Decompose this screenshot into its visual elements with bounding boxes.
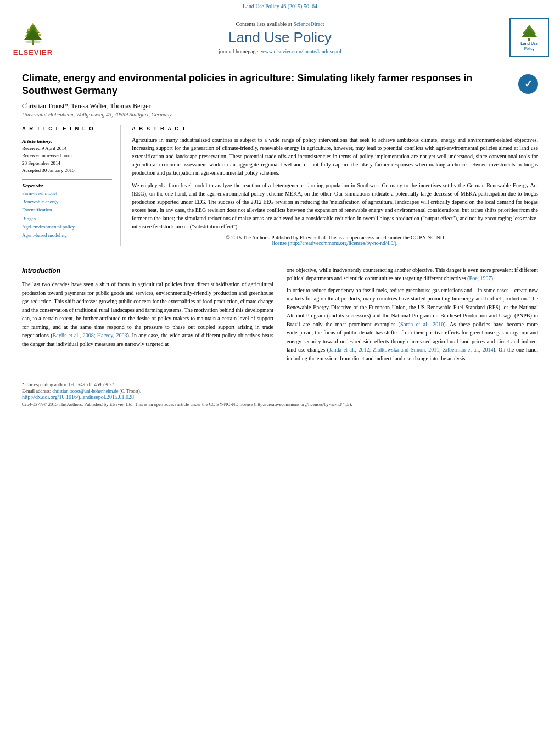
elsevier-logo: ELSEVIER	[11, 19, 55, 57]
page-wrapper: Land Use Policy 46 (2015) 50–64 E	[0, 0, 560, 409]
article-dates: Received 9 April 2014 Received in revise…	[22, 145, 112, 175]
keywords-label: Keywords:	[22, 183, 112, 188]
crossmark-badge: ✓	[518, 74, 538, 94]
top-bar: Land Use Policy 46 (2015) 50–64	[0, 0, 560, 12]
journal-title: Land Use Policy	[66, 29, 494, 46]
doi-link[interactable]: http://dx.doi.org/10.1016/j.landusepol.2…	[22, 394, 134, 400]
cc-line: © 2015 The Authors. Published by Elsevie…	[132, 235, 538, 246]
authors: Christian Troost*, Teresa Walter, Thomas…	[22, 102, 538, 110]
intro-left-para: The last two decades have seen a shift o…	[22, 280, 273, 348]
abstract-para-1: Agriculture in many industrialized count…	[132, 136, 538, 177]
sorda-ref: Sorda et al., 2010	[400, 321, 444, 327]
logo-box: Land UsePolicy	[509, 18, 549, 57]
contents-line: Contents lists available at ScienceDirec…	[66, 21, 494, 27]
homepage-link[interactable]: www.elsevier.com/locate/landusepol	[261, 48, 341, 54]
article-title: Climate, energy and environmental polici…	[22, 72, 513, 98]
science-direct-link[interactable]: ScienceDirect	[293, 21, 324, 27]
svg-point-7	[25, 35, 27, 37]
journal-reference: Land Use Policy 46 (2015) 50–64	[243, 3, 317, 9]
abstract-text: Agriculture in many industrialized count…	[132, 136, 538, 231]
crossmark-icon: ✓	[524, 78, 533, 90]
svg-point-8	[38, 34, 41, 36]
article-info: A R T I C L E I N F O Article history: R…	[22, 125, 121, 246]
author-email[interactable]: christian.troost@uni-hohenheim.de	[52, 388, 118, 394]
svg-point-6	[36, 30, 38, 32]
elsevier-label: ELSEVIER	[13, 48, 53, 57]
elsevier-tree-icon	[19, 19, 47, 47]
poe-ref: Poe, 1997	[469, 275, 491, 281]
footer-copyright: 0264-8377/© 2015 The Authors. Published …	[22, 401, 538, 407]
article-info-title: A R T I C L E I N F O	[22, 125, 112, 131]
page-footer: * Corresponding author. Tel.: +49 711 45…	[0, 377, 560, 409]
affiliation: Universität Hohenheim, Wollgrasweg 43, 7…	[22, 111, 538, 118]
footer-doi: http://dx.doi.org/10.1016/j.landusepol.2…	[22, 394, 538, 400]
header-center: Contents lists available at ScienceDirec…	[55, 21, 505, 54]
info-divider	[22, 135, 112, 135]
svg-point-1	[25, 40, 41, 43]
body-col-right: one objective, while inadvertently count…	[287, 266, 538, 366]
keywords-list: Farm-level model Renewable energy Extens…	[22, 189, 112, 240]
article-body: Climate, energy and environmental polici…	[0, 62, 560, 254]
two-col-section: A R T I C L E I N F O Article history: R…	[22, 125, 538, 246]
svg-point-5	[27, 28, 30, 31]
journal-homepage: journal homepage: www.elsevier.com/locat…	[66, 48, 494, 54]
intro-right-para-1: one objective, while inadvertently count…	[287, 266, 538, 283]
abstract-title: A B S T R A C T	[132, 125, 538, 131]
main-content: Introduction The last two decades have s…	[0, 260, 560, 372]
janda-ref: Janda et al., 2012; Ziolkowska and Simon…	[329, 347, 493, 353]
history-label: Article history:	[22, 138, 112, 144]
article-title-section: Climate, energy and environmental polici…	[22, 72, 538, 98]
footnote-email: E-mail address: christian.troost@uni-hoh…	[22, 388, 538, 394]
abstract-col: A B S T R A C T Agriculture in many indu…	[132, 125, 538, 246]
header-section: ELSEVIER Contents lists available at Sci…	[0, 12, 560, 62]
logo-tree-icon	[518, 24, 540, 41]
info-divider-2	[22, 179, 112, 180]
baylis-ref: Baylis et al., 2008; Harvey, 2003	[53, 332, 127, 338]
intro-right-para-2: In order to reduce dependency on fossil …	[287, 286, 538, 363]
land-use-logo: Land UsePolicy	[505, 18, 549, 57]
body-col-left: Introduction The last two decades have s…	[22, 266, 273, 366]
cc-link[interactable]: license (http://creativecommons.org/lice…	[272, 241, 398, 246]
footnote-star: * Corresponding author. Tel.: +49 711 45…	[22, 382, 538, 387]
logo-box-text: Land UsePolicy	[520, 41, 538, 51]
svg-point-9	[32, 23, 34, 25]
abstract-para-2: We employed a farm-level model to analyz…	[132, 181, 538, 231]
two-col-body: Introduction The last two decades have s…	[22, 266, 538, 366]
introduction-heading: Introduction	[22, 266, 273, 276]
